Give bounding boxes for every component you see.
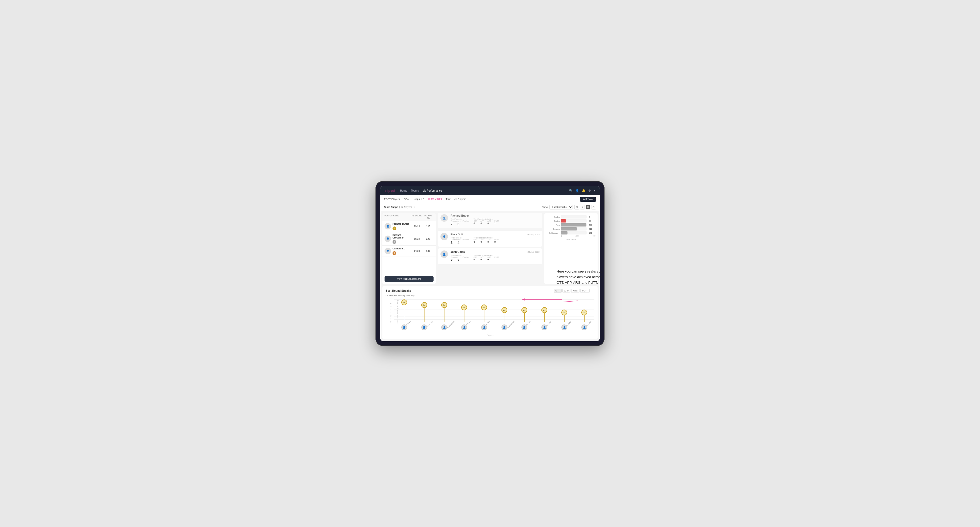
- streak-col: 4xE. Crossman: [494, 300, 514, 323]
- bell-icon[interactable]: 🔔: [582, 189, 585, 192]
- view-leaderboard-button[interactable]: View Full Leaderboard: [385, 276, 434, 282]
- add-team-button[interactable]: Add Team: [580, 197, 596, 202]
- bar-value: 96: [589, 220, 595, 222]
- table-row[interactable]: 👤 Richard Butler 1 19/20 110: [382, 221, 436, 232]
- edit-icon[interactable]: ✏: [414, 206, 416, 208]
- subnav-hcaps[interactable]: Hcaps 1-5: [412, 197, 424, 201]
- subnav-team-clippd[interactable]: Team Clippd: [428, 197, 442, 201]
- streak-bubble: 3x: [562, 310, 567, 316]
- bar-row: Bogeys 311: [546, 227, 595, 230]
- player-pb-score: 19/20: [411, 225, 423, 227]
- players-label: Players: [386, 334, 594, 337]
- player-avg: 107: [423, 237, 434, 240]
- streak-line: [524, 313, 525, 322]
- annotation-box: Here you can see streaks your players ha…: [557, 269, 607, 285]
- nav-teams[interactable]: Teams: [411, 189, 418, 192]
- practice-activities-label: Total Practice Activities: [474, 254, 499, 256]
- streaks-chart-area: Best Streak, Fairway Accuracy 7 6 5 4 3 …: [388, 299, 594, 333]
- streak-col: 5xJ. Coles: [454, 300, 474, 323]
- player-card: 👤 Josh Coles 26 Aug 2023 Total Rounds: [438, 248, 542, 264]
- list-view-icon[interactable]: ≡: [580, 205, 585, 210]
- streak-bubble: 5x: [481, 305, 487, 310]
- card-player-name: Richard Butler: [450, 214, 469, 217]
- avatar: 👤: [481, 324, 487, 330]
- table-view-icon[interactable]: ⊟: [591, 205, 596, 210]
- streak-line: [404, 305, 404, 322]
- player-avg: 103: [423, 250, 434, 252]
- avatar: 👤: [385, 236, 391, 242]
- nav-home[interactable]: Home: [400, 189, 407, 192]
- streak-col: 5xR. Britt: [474, 300, 494, 323]
- streak-bubble: 3x: [581, 310, 587, 316]
- player-pb-score: 17/20: [411, 250, 423, 252]
- streak-bubble: 5x: [461, 305, 467, 310]
- user-icon[interactable]: 👤: [576, 189, 579, 192]
- avatar: 👤: [461, 324, 467, 330]
- period-select[interactable]: Last 3 months: [549, 205, 573, 210]
- avatar: 👤: [581, 324, 587, 330]
- avatar: 👤: [522, 324, 527, 330]
- x-label: 400: [592, 235, 595, 237]
- streak-line: [464, 310, 465, 322]
- search-icon[interactable]: 🔍: [569, 189, 573, 192]
- avatar: 👤: [441, 233, 448, 240]
- avatar: 👤: [385, 223, 391, 229]
- table-row[interactable]: 👤 Edward Crossman 2 18/20 107: [382, 232, 436, 246]
- bar-label: Bogeys: [546, 228, 560, 230]
- practice-activities-label: Total Practice Activities: [474, 218, 499, 220]
- subnav-tour[interactable]: Tour: [446, 197, 450, 201]
- tournament-value: 8: [450, 241, 455, 244]
- total-rounds-label: Total Rounds: [450, 218, 469, 220]
- right-arrow-icon: ←: [591, 289, 594, 293]
- player-rows: 👤 Richard Butler 1 19/20 110 👤: [382, 221, 436, 274]
- bar-container: [561, 223, 587, 227]
- grid-view-icon[interactable]: ⊞: [574, 205, 579, 210]
- streak-avatar-wrapper: 👤: [434, 324, 454, 330]
- subnav-all-players[interactable]: All Players: [454, 197, 466, 201]
- table-row[interactable]: 👤 Cameron... 3 17/20 103: [382, 246, 436, 257]
- bar-container: [561, 219, 587, 222]
- y-tick: 3: [390, 312, 391, 314]
- sub-nav: PGAT Players PGA Hcaps 1-5 Team Clippd T…: [380, 195, 600, 203]
- avatar-icon[interactable]: ●: [593, 189, 595, 192]
- avatar: 👤: [385, 248, 391, 254]
- practice-label: Practice: [463, 220, 469, 222]
- filter-buttons: OTT APP ARG PUTT: [554, 289, 590, 293]
- streak-avatar-wrapper: 👤: [474, 324, 494, 330]
- team-count: | 14 Players: [399, 206, 412, 208]
- player-name: Edward Crossman: [393, 234, 411, 239]
- bar-row: Birdies 96: [546, 219, 595, 222]
- card-content: Rees Britt 02 Sep 2023 Total Rounds Tour…: [450, 233, 539, 244]
- chart-title: Total Shots: [546, 238, 595, 241]
- putt-filter-button[interactable]: PUTT: [580, 289, 590, 293]
- y-tick: 0: [390, 321, 391, 323]
- streak-line: [444, 308, 444, 322]
- streak-avatar-wrapper: 👤: [534, 324, 554, 330]
- team-name: Team Clippd: [384, 206, 398, 208]
- bar-row: D. Bogeys + 131: [546, 231, 595, 235]
- leaderboard-panel: PLAYER NAME PB SCORE PB AVG SQ 👤 Richard…: [382, 213, 436, 284]
- bar-fill: [561, 231, 568, 235]
- streak-bubble: 6x: [421, 302, 427, 308]
- avatar: 👤: [401, 324, 407, 330]
- card-content: Josh Coles 26 Aug 2023 Total Rounds Tour…: [450, 251, 539, 262]
- x-label: 0: [561, 235, 562, 237]
- chart-x-labels: 0 200 400: [546, 235, 595, 237]
- settings-icon[interactable]: ⚙: [588, 189, 591, 192]
- subnav-pgat[interactable]: PGAT Players: [384, 197, 400, 201]
- card-view-icon[interactable]: ▤: [585, 205, 590, 210]
- streak-avatar-wrapper: 👤: [574, 324, 594, 330]
- subnav-pga[interactable]: PGA: [403, 197, 409, 201]
- player-pb-score: 18/20: [411, 237, 423, 240]
- avatar: 👤: [441, 251, 448, 258]
- y-tick: 1: [390, 318, 391, 320]
- ott-filter-button[interactable]: OTT: [554, 289, 562, 293]
- player-info: Richard Butler 1: [393, 222, 411, 230]
- bar-value: 3: [589, 216, 595, 218]
- app-filter-button[interactable]: APP: [562, 289, 570, 293]
- arg-filter-button[interactable]: ARG: [571, 289, 579, 293]
- bar-value: 311: [589, 228, 595, 230]
- nav-my-performance[interactable]: My Performance: [422, 189, 442, 192]
- streak-avatar-wrapper: 👤: [554, 324, 574, 330]
- avatar: 👤: [441, 214, 448, 222]
